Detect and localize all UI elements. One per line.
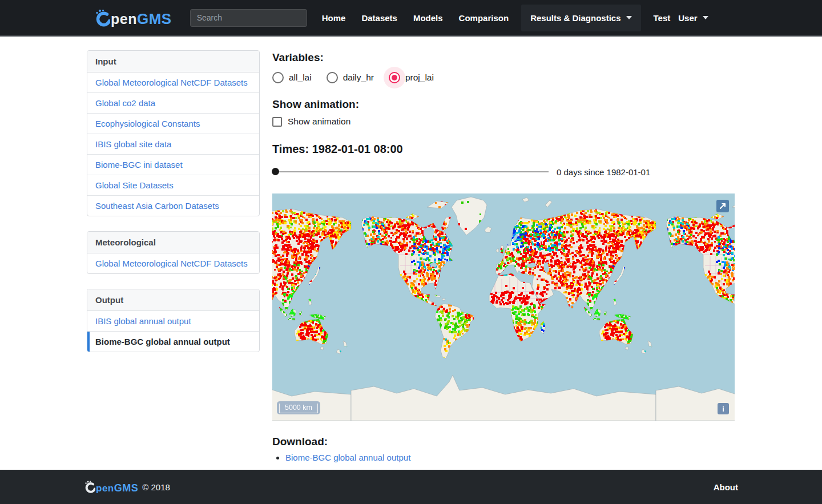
- section-title-output: Output: [87, 289, 259, 311]
- nav-item-comparison[interactable]: Comparison: [451, 13, 517, 23]
- sidebar-item[interactable]: IBIS global annual output: [87, 311, 259, 332]
- sidebar-item-active[interactable]: Biome-BGC global annual output: [87, 332, 259, 352]
- nav-item-models[interactable]: Models: [405, 13, 451, 23]
- time-slider-track[interactable]: [272, 171, 549, 172]
- times-heading: Times: 1982-01-01 08:00: [272, 143, 735, 156]
- opengms-logo-o-icon: [94, 9, 110, 27]
- map-scale-text: 5000 km: [279, 404, 318, 413]
- animation-heading: Show animation:: [272, 98, 735, 111]
- map-fullscreen-button[interactable]: [716, 200, 729, 212]
- sidebar-item[interactable]: Biome-BGC ini dataset: [87, 155, 259, 175]
- user-menu[interactable]: User: [678, 13, 708, 23]
- logo-text-pen: pen: [111, 12, 137, 27]
- radio-icon: [327, 72, 338, 83]
- sidebar-section-input: Input Global Meteorological NetCDF Datas…: [87, 50, 260, 216]
- sidebar-item[interactable]: Southeast Asia Carbon Datasets: [87, 196, 259, 216]
- opengms-logo-o-icon: [84, 480, 95, 494]
- sidebar-item[interactable]: IBIS global site data: [87, 134, 259, 155]
- sidebar-section-output: Output IBIS global annual output Biome-B…: [87, 289, 260, 352]
- time-slider-thumb[interactable]: [272, 168, 279, 175]
- show-animation-checkbox-row[interactable]: Show animation: [272, 116, 735, 127]
- logo-text-gms: GMS: [137, 11, 172, 27]
- nav-item-datasets[interactable]: Datasets: [353, 13, 405, 23]
- slider-caption: 0 days since 1982-01-01: [557, 167, 650, 177]
- download-link[interactable]: Biome-BGC global annual output: [285, 453, 410, 462]
- chevron-down-icon: [626, 16, 632, 19]
- logo-text-gms: GMS: [114, 483, 139, 494]
- nav-item-results-diagnostics[interactable]: Results & Diagnostics: [521, 5, 640, 31]
- variables-heading: Variables:: [272, 51, 735, 64]
- radio-all-lai[interactable]: all_lai: [272, 72, 312, 83]
- info-icon: i: [722, 405, 724, 413]
- radio-proj-lai[interactable]: proj_lai: [389, 72, 434, 83]
- footer-opengms-logo[interactable]: penGMS: [84, 480, 138, 494]
- sidebar-section-meteorological: Meteorological Global Meteorological Net…: [87, 231, 260, 274]
- footer-link-about[interactable]: About: [714, 482, 738, 492]
- logo-text-pen: pen: [96, 483, 114, 494]
- map-scale-bar: 5000 km: [277, 401, 320, 414]
- time-slider-row: 0 days since 1982-01-01: [272, 167, 735, 176]
- checkbox-icon[interactable]: [272, 117, 282, 127]
- nav-links: Home Datasets Models Comparison Results …: [314, 5, 679, 31]
- nav-item-test[interactable]: Test: [646, 13, 679, 23]
- section-title-input: Input: [87, 51, 259, 72]
- download-heading: Download:: [272, 436, 735, 448]
- expand-arrow-icon: [719, 202, 727, 210]
- main-content: Variables: all_lai daily_hr proj_lai Sho…: [272, 50, 735, 482]
- footer: penGMS © 2018 About: [0, 470, 822, 504]
- world-map-canvas[interactable]: [272, 193, 735, 421]
- sidebar-item[interactable]: Global co2 data: [87, 93, 259, 114]
- copyright-text: © 2018: [142, 482, 170, 492]
- navbar: penGMS Home Datasets Models Comparison R…: [0, 0, 822, 37]
- search-input[interactable]: [190, 9, 307, 27]
- radio-daily-hr[interactable]: daily_hr: [327, 72, 374, 83]
- opengms-logo[interactable]: penGMS: [94, 9, 172, 27]
- sidebar-item[interactable]: Ecophysiological Constants: [87, 114, 259, 134]
- variables-radio-group: all_lai daily_hr proj_lai: [272, 65, 735, 90]
- sidebar-item[interactable]: Global Site Datasets: [87, 175, 259, 196]
- nav-item-home[interactable]: Home: [314, 13, 354, 23]
- sidebar-item[interactable]: Global Meteorological NetCDF Datasets: [87, 253, 259, 273]
- radio-icon: [389, 72, 400, 83]
- world-map[interactable]: 5000 km i: [272, 193, 735, 421]
- download-list-item: Biome-BGC global annual output: [285, 453, 735, 462]
- radio-icon: [272, 72, 284, 83]
- sidebar: Input Global Meteorological NetCDF Datas…: [87, 50, 260, 482]
- map-attribution-button[interactable]: i: [718, 403, 729, 414]
- sidebar-item[interactable]: Global Meteorological NetCDF Datasets: [87, 72, 259, 93]
- download-list: Biome-BGC global annual output: [275, 453, 735, 462]
- section-title-meteorological: Meteorological: [87, 232, 259, 253]
- chevron-down-icon: [703, 16, 708, 19]
